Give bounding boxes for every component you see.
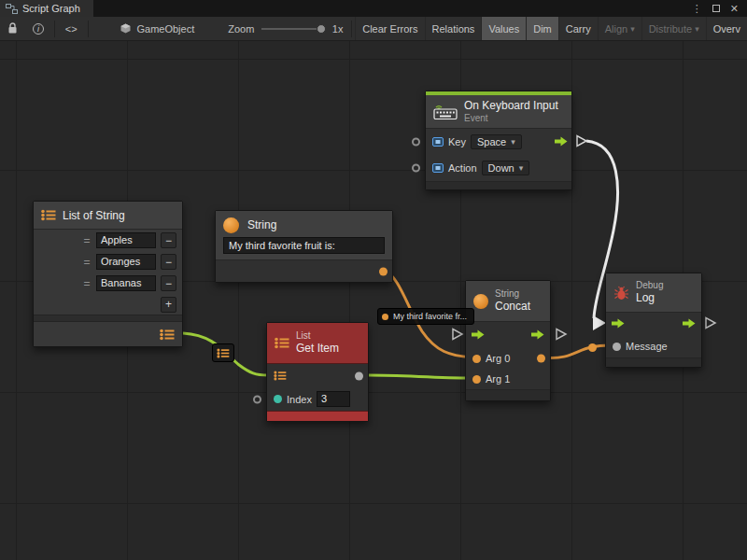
control-input-port[interactable] (612, 315, 625, 332)
drag-handle-icon[interactable]: = (82, 234, 92, 247)
control-input-port[interactable] (472, 327, 485, 343)
arg0-input-port[interactable] (472, 355, 481, 363)
add-item-button[interactable]: + (161, 297, 176, 313)
close-icon[interactable]: ✕ (730, 3, 739, 15)
tab-script-graph[interactable]: Script Graph (0, 0, 93, 17)
zoom-slider-handle[interactable] (317, 24, 326, 34)
toolbar-separator (88, 21, 89, 37)
graph-canvas[interactable]: On Keyboard Input Event Key Space ▾ (0, 41, 747, 560)
keycode-icon (432, 137, 444, 147)
clear-errors-button[interactable]: Clear Errors (355, 17, 424, 40)
node-title: String (247, 218, 276, 231)
arg0-label: Arg 0 (486, 353, 510, 364)
list-item-field[interactable]: Bananas (96, 275, 156, 291)
chevron-down-icon: ▾ (695, 24, 699, 34)
key-value-port[interactable] (412, 138, 420, 147)
code-button[interactable]: <> (58, 17, 85, 40)
maximize-icon[interactable] (712, 5, 720, 12)
node-get-item[interactable]: List Get Item Index 3 (266, 322, 369, 422)
drag-handle-icon[interactable]: = (82, 256, 92, 269)
index-value-port[interactable] (253, 395, 261, 403)
carry-button[interactable]: Carry (558, 17, 598, 40)
string-type-icon (223, 217, 239, 233)
flow-triangle-icon (453, 329, 462, 340)
keyboard-icon (433, 104, 458, 119)
string-output-port[interactable] (379, 267, 388, 275)
control-row (466, 322, 550, 348)
string-value-field[interactable]: My third favorite fruit is: (223, 237, 385, 254)
dim-button[interactable]: Dim (526, 17, 558, 40)
zoom-value: 1x (332, 23, 344, 35)
index-field[interactable]: 3 (317, 391, 350, 407)
zoom-label: Zoom (228, 23, 254, 35)
node-log[interactable]: Debug Log Message (605, 273, 702, 368)
remove-item-button[interactable]: − (161, 275, 176, 291)
distribute-button[interactable]: Distribute ▾ (641, 17, 706, 40)
list-output-port[interactable] (160, 329, 175, 341)
flow-triangle-icon (557, 329, 566, 340)
flow-triangle-icon (706, 318, 715, 329)
arg1-row: Arg 1 (466, 369, 550, 389)
node-title: Log (636, 291, 663, 304)
code-icon: <> (65, 23, 78, 35)
control-output-port[interactable] (555, 133, 568, 150)
overview-button[interactable]: Overv (706, 17, 747, 40)
node-list-of-string[interactable]: List of String = Apples − = Oranges − = … (33, 201, 183, 347)
value-preview-text: My third favorite fr... (393, 312, 467, 321)
gameobject-label: GameObject (136, 23, 194, 35)
lock-button[interactable] (0, 17, 25, 40)
gameobject-field[interactable]: GameObject (120, 23, 194, 35)
node-category: Debug (636, 280, 663, 291)
chevron-down-icon: ▾ (519, 163, 524, 173)
action-value-port[interactable] (412, 164, 420, 173)
node-footer (466, 389, 550, 400)
wire-getitem-to-concat (369, 375, 472, 378)
node-footer (267, 411, 368, 421)
remove-item-button[interactable]: − (161, 232, 176, 248)
arg0-row: Arg 0 (466, 348, 550, 369)
info-button[interactable]: i (25, 17, 51, 40)
control-row (606, 313, 701, 335)
arg1-input-port[interactable] (472, 375, 481, 384)
list-icon (275, 337, 289, 349)
key-dropdown[interactable]: Space ▾ (471, 134, 522, 149)
values-button[interactable]: Values (481, 17, 526, 40)
message-row: Message (606, 335, 701, 357)
node-footer (606, 357, 701, 367)
bug-icon (613, 286, 629, 301)
list-output-row (34, 322, 182, 346)
list-item-field[interactable]: Apples (96, 232, 156, 248)
string-value-icon (382, 314, 388, 320)
relations-button[interactable]: Relations (425, 17, 482, 40)
node-subtitle: Event (464, 113, 558, 124)
index-input-port[interactable] (274, 395, 282, 403)
control-output-port[interactable] (531, 327, 544, 343)
chevron-down-icon: ▾ (630, 24, 635, 34)
drag-handle-icon[interactable]: = (82, 277, 92, 290)
node-title: On Keyboard Input (464, 99, 558, 112)
window-menu-icon[interactable]: ⋮ (692, 3, 702, 15)
node-concat[interactable]: String Concat Arg 0 Arg 1 (465, 280, 551, 401)
list-item-field[interactable]: Oranges (96, 254, 156, 270)
node-title: Get Item (296, 342, 339, 355)
control-output-port[interactable] (683, 315, 696, 332)
list-item-row: = Apples − (34, 230, 182, 251)
list-item-row: = Oranges − (34, 251, 182, 273)
remove-item-button[interactable]: − (161, 254, 176, 270)
wire-arrowhead (593, 315, 606, 330)
wire-value-badge (212, 343, 234, 362)
list-icon (217, 348, 230, 358)
list-input-port[interactable] (274, 371, 287, 381)
align-button[interactable]: Align ▾ (598, 17, 641, 40)
zoom-slider[interactable] (261, 23, 325, 35)
result-output-port[interactable] (537, 355, 545, 363)
keycode-icon (432, 163, 444, 173)
unity-script-graph-window: Script Graph ⋮ ✕ i <> GameObj (0, 0, 747, 560)
item-output-port[interactable] (355, 371, 363, 380)
script-graph-icon (6, 4, 18, 14)
node-string-literal[interactable]: String My third favorite fruit is: (215, 210, 393, 283)
message-input-port[interactable] (613, 343, 621, 351)
action-dropdown[interactable]: Down ▾ (482, 161, 530, 175)
node-on-keyboard-input[interactable]: On Keyboard Input Event Key Space ▾ (425, 91, 572, 190)
toolbar-separator (351, 21, 352, 37)
